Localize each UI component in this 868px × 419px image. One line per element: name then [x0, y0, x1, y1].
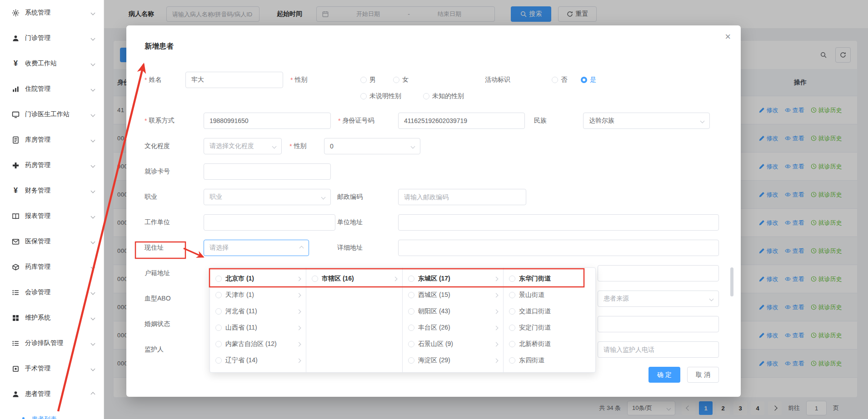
chevron-right-icon [297, 342, 301, 346]
sidebar-item-patient-management[interactable]: 患者管理 [0, 381, 104, 407]
chevron-right-icon [494, 325, 499, 330]
active-flag-no-radio[interactable]: 否 [552, 76, 567, 84]
radio-icon [509, 341, 515, 347]
cascader-column: 东华门街道景山街道交道口街道安定门街道北新桥街道东四街道 [504, 268, 595, 372]
cascader-option[interactable]: 东四街道 [504, 352, 595, 369]
id-number-input[interactable] [398, 113, 525, 129]
gender-radio-unknown[interactable]: 未知的性别 [423, 92, 464, 100]
cascader-option-label: 丰台区 (26) [418, 324, 491, 332]
bar-chart-icon [12, 85, 20, 93]
work-unit-input[interactable] [204, 214, 335, 231]
cascader-option-label: 安定门街道 [519, 324, 590, 332]
visit-card-input[interactable] [204, 163, 331, 180]
marital-right-input[interactable] [598, 316, 719, 332]
gear-icon [12, 9, 20, 17]
cascader-option[interactable]: 西城区 (15) [403, 287, 503, 303]
yen-icon: ¥ [12, 59, 20, 68]
chevron-right-icon [494, 309, 499, 314]
radio-label: 未说明性别 [369, 92, 401, 100]
education-select[interactable]: 请选择文化程度 [204, 138, 282, 154]
sidebar-item-triage-queue[interactable]: 分诊排队管理 [0, 330, 104, 356]
id-number-label: 身份证号码 [338, 113, 398, 129]
sidebar-item-maintenance[interactable]: 维护系统 [0, 305, 104, 330]
education-select-placeholder: 请选择文化程度 [210, 142, 254, 150]
sidebar-item-label: 患者管理 [25, 390, 50, 398]
ethnic-select[interactable]: 达斡尔族 [583, 113, 710, 129]
cascader-option[interactable]: 东城区 (17) [403, 271, 503, 287]
cascader-option[interactable]: 市辖区 (16) [306, 271, 402, 287]
name-label: 姓名 [145, 72, 185, 88]
ethnic-label: 民族 [534, 113, 583, 129]
patient-source-select[interactable]: 患者来源 [598, 291, 719, 307]
cascader-column: 东城区 (17)西城区 (15)朝阳区 (43)丰台区 (26)石景山区 (9)… [403, 268, 504, 372]
cascader-option[interactable]: 河北省 (11) [210, 303, 306, 320]
cascader-option[interactable]: 安定门街道 [504, 320, 595, 336]
unit-address-input[interactable] [398, 214, 719, 231]
sidebar-item-inpatient[interactable]: 住院管理 [0, 76, 104, 102]
guardian-phone-input[interactable] [598, 341, 719, 358]
cascader-option[interactable]: 海淀区 (29) [403, 352, 503, 369]
cascader-column: 北京市 (1)天津市 (1)河北省 (11)山西省 (11)内蒙古自治区 (12… [210, 268, 306, 372]
sidebar-item-finance[interactable]: ¥ 财务管理 [0, 178, 104, 203]
medical-cross-icon [12, 162, 20, 169]
sidebar-item-pharmacy[interactable]: 药房管理 [0, 153, 104, 178]
chevron-right-icon [494, 342, 499, 346]
cascader-option-label: 景山街道 [519, 291, 590, 299]
sidebar-item-label: 维护系统 [25, 314, 50, 322]
cascader-option-label: 东华门街道 [519, 275, 590, 283]
occupation-select[interactable]: 职业 [204, 189, 331, 205]
cascader-option[interactable]: 朝阳区 (43) [403, 303, 503, 320]
work-unit-label: 工作单位 [145, 214, 204, 231]
gender-radio-unspecified[interactable]: 未说明性别 [360, 92, 401, 100]
sidebar-item-outpatient-doctor-station[interactable]: 门诊医生工作站 [0, 102, 104, 127]
cascader-option[interactable]: 天津市 (1) [210, 287, 306, 303]
cascader-option[interactable]: 丰台区 (26) [403, 320, 503, 336]
sidebar-item-patient-list[interactable]: 患者列表 [0, 407, 104, 419]
sidebar-item-surgery[interactable]: 手术管理 [0, 356, 104, 381]
radio-icon [393, 77, 399, 83]
gender-radio-female[interactable]: 女 [393, 76, 409, 84]
sidebar-item-warehouse[interactable]: 库房管理 [0, 127, 104, 153]
radio-checked-icon [581, 77, 587, 83]
chevron-down-icon [321, 195, 326, 199]
cascader-option[interactable]: 辽宁省 (14) [210, 352, 306, 369]
chevron-down-icon [91, 61, 95, 66]
cascader-option-label: 石景山区 (9) [418, 340, 491, 348]
sidebar-item-report[interactable]: 报表管理 [0, 203, 104, 229]
current-address-cascader-select[interactable]: 请选择 [204, 240, 309, 256]
cascader-option[interactable]: 景山街道 [504, 287, 595, 303]
radio-label: 未知的性别 [432, 92, 464, 100]
cascader-option[interactable]: 北新桥街道 [504, 336, 595, 352]
cascader-option[interactable]: 石景山区 (9) [403, 336, 503, 352]
chevron-down-icon [91, 265, 95, 269]
close-icon[interactable]: × [725, 32, 731, 42]
modal-scrollbar-thumb[interactable] [730, 267, 733, 296]
sidebar-item-system[interactable]: 系统管理 [0, 0, 104, 25]
cascader-option[interactable]: 交道口街道 [504, 303, 595, 320]
radio-icon [509, 325, 515, 331]
cascader-option[interactable]: 东华门街道 [504, 271, 595, 287]
active-flag-yes-radio[interactable]: 是 [581, 76, 596, 84]
postal-input[interactable] [398, 189, 526, 205]
confirm-button[interactable]: 确 定 [649, 367, 680, 383]
page: 系统管理 门诊管理 ¥ 收费工作站 住院管理 门诊医生工作站 库房管理 [0, 0, 868, 419]
contact-input[interactable] [204, 113, 331, 129]
chevron-right-icon [494, 293, 499, 297]
cascader-option[interactable]: 北京市 (1) [210, 271, 306, 287]
radio-icon [215, 341, 222, 347]
cascader-option[interactable]: 山西省 (11) [210, 320, 306, 336]
sidebar-item-medical-insurance[interactable]: 医保管理 [0, 229, 104, 254]
sidebar-item-charge-station[interactable]: ¥ 收费工作站 [0, 51, 104, 76]
gender-select[interactable]: 0 [324, 138, 420, 154]
detail-address-input[interactable] [398, 240, 719, 256]
sidebar-item-outpatient[interactable]: 门诊管理 [0, 25, 104, 51]
sidebar-item-consultation[interactable]: 会诊管理 [0, 280, 104, 305]
cancel-button[interactable]: 取 消 [687, 367, 719, 383]
yen-icon: ¥ [12, 187, 20, 195]
gender-radio-male[interactable]: 男 [360, 76, 376, 84]
name-input[interactable] [185, 72, 283, 88]
registered-address-right-input[interactable] [598, 265, 719, 281]
box-icon [12, 263, 20, 271]
sidebar-item-drug-storage[interactable]: 药库管理 [0, 254, 104, 280]
cascader-option[interactable]: 内蒙古自治区 (12) [210, 336, 306, 352]
